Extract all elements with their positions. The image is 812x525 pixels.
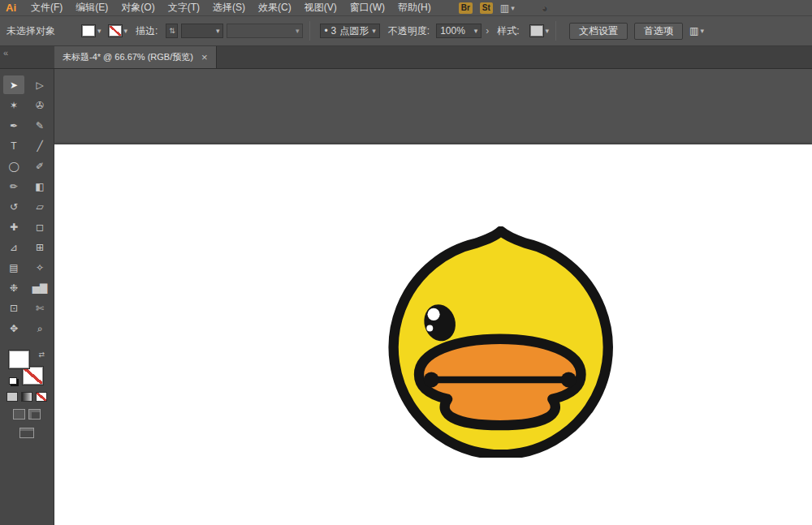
close-icon[interactable]: × xyxy=(201,51,208,63)
align-panel-icon: ▥ xyxy=(689,25,698,37)
chevron-down-icon: ▾ xyxy=(546,27,550,35)
align-panel-control[interactable]: ▥ ▾ xyxy=(689,25,704,37)
none-button[interactable] xyxy=(36,392,47,402)
document-tab-title: 未标题-4* @ 66.67% (RGB/预览) xyxy=(63,51,193,63)
stroke-color-swatch[interactable] xyxy=(23,367,43,385)
selection-status: 未选择对象 xyxy=(6,24,75,38)
line-segment-tool[interactable]: ╱ xyxy=(29,136,50,155)
swap-fill-stroke-icon[interactable]: ⇄ xyxy=(38,351,45,359)
rotate-tool[interactable]: ↺ xyxy=(3,197,24,216)
duck-mouth-dot-left xyxy=(424,372,439,388)
menu-edit[interactable]: 编辑(E) xyxy=(69,0,114,15)
default-colors-icon[interactable] xyxy=(9,377,17,385)
opacity-label: 不透明度: xyxy=(388,24,430,38)
document-tab[interactable]: 未标题-4* @ 66.67% (RGB/预览) × xyxy=(54,46,217,68)
control-bar: 未选择对象 ▾ ▾ 描边: ⇅ ▾ ▾ • 3 点圆形 ▾ 不透明度: 100%… xyxy=(0,16,812,46)
magic-wand-tool[interactable]: ✶ xyxy=(3,96,24,114)
main-area: ➤ ▷ ✶ ✇ ✒ ✎ T ╱ ◯ ✐ ✏ ◧ ↺ ▱ ✚ ◻ ⊿ ⊞ ▤ ✧ xyxy=(0,69,812,525)
illustrator-window: Ai 文件(F) 编辑(E) 对象(O) 文字(T) 选择(S) 效果(C) 视… xyxy=(0,0,812,525)
variable-width-dropdown[interactable]: ▾ xyxy=(227,24,303,38)
color-type-buttons xyxy=(6,392,47,402)
curvature-tool[interactable]: ✎ xyxy=(29,116,50,135)
brush-size-value: 3 xyxy=(331,25,337,37)
free-transform-tool[interactable]: ◻ xyxy=(29,217,50,236)
menu-bar-right: Br St ▥ ▾ ◕ xyxy=(459,2,548,15)
paintbrush-tool[interactable]: ✐ xyxy=(29,157,50,175)
slice-tool[interactable]: ✄ xyxy=(29,299,50,317)
app-swirl-icon: ◕ xyxy=(542,2,548,15)
canvas-pasteboard[interactable] xyxy=(54,69,812,525)
zoom-tool[interactable]: ⌕ xyxy=(29,319,50,338)
tools-panel: ➤ ▷ ✶ ✇ ✒ ✎ T ╱ ◯ ✐ ✏ ◧ ↺ ▱ ✚ ◻ ⊿ ⊞ ▤ ✧ xyxy=(0,69,54,525)
stroke-color-control[interactable]: ▾ xyxy=(108,24,128,37)
chevron-down-icon: ▾ xyxy=(700,27,704,35)
eyedropper-tool[interactable]: ✧ xyxy=(29,258,50,277)
type-tool[interactable]: T xyxy=(3,136,24,155)
color-button[interactable] xyxy=(6,392,18,402)
pen-tool[interactable]: ✒ xyxy=(3,116,24,135)
pencil-tool[interactable]: ✏ xyxy=(3,177,24,196)
duck-mouth-dot-right xyxy=(561,372,577,388)
scale-tool[interactable]: ▱ xyxy=(29,197,50,216)
menu-file[interactable]: 文件(F) xyxy=(24,0,69,15)
screen-mode-button[interactable] xyxy=(19,428,34,438)
stroke-weight-stepper[interactable]: ⇅ xyxy=(166,24,178,38)
ellipse-tool[interactable]: ◯ xyxy=(3,157,24,175)
stroke-weight-label: 描边: xyxy=(136,24,158,38)
fill-color-control[interactable]: ▾ xyxy=(81,24,102,37)
divider xyxy=(309,21,310,41)
divider xyxy=(555,21,556,41)
draw-mode-buttons xyxy=(13,409,41,420)
menu-view[interactable]: 视图(V) xyxy=(298,0,343,15)
column-graph-tool[interactable]: ▅▇ xyxy=(29,278,50,297)
document-tab-bar: « 未标题-4* @ 66.67% (RGB/预览) × xyxy=(0,46,812,69)
stroke-none-swatch-icon xyxy=(108,24,123,37)
opacity-value: 100% xyxy=(440,25,465,37)
style-label: 样式: xyxy=(497,24,519,38)
toolbar-collapse-icon[interactable]: « xyxy=(0,46,54,68)
tool-grid: ➤ ▷ ✶ ✇ ✒ ✎ T ╱ ◯ ✐ ✏ ◧ ↺ ▱ ✚ ◻ ⊿ ⊞ ▤ ✧ xyxy=(3,75,50,338)
brush-name-value: 点圆形 xyxy=(339,24,369,38)
menu-bar: Ai 文件(F) 编辑(E) 对象(O) 文字(T) 选择(S) 效果(C) 视… xyxy=(0,0,812,16)
chevron-down-icon: ▾ xyxy=(372,27,376,35)
menu-type[interactable]: 文字(T) xyxy=(162,0,206,15)
opacity-flyout-icon[interactable]: › xyxy=(486,25,489,37)
duck-artwork[interactable] xyxy=(388,226,620,458)
chevron-down-icon: ▾ xyxy=(216,27,220,35)
draw-normal-button[interactable] xyxy=(13,409,25,420)
app-logo: Ai xyxy=(6,2,16,14)
menu-object[interactable]: 对象(O) xyxy=(114,0,161,15)
menu-select[interactable]: 选择(S) xyxy=(206,0,252,15)
symbol-sprayer-tool[interactable]: ❉ xyxy=(3,278,24,297)
stroke-weight-dropdown[interactable]: ▾ xyxy=(181,24,223,38)
style-dropdown[interactable]: ▾ xyxy=(529,24,550,37)
fill-color-swatch[interactable] xyxy=(9,351,29,368)
perspective-grid-tool[interactable]: ⊿ xyxy=(3,238,24,256)
fill-swatch-icon xyxy=(81,24,96,37)
document-setup-button[interactable]: 文档设置 xyxy=(569,23,628,40)
artboard-tool[interactable]: ⊡ xyxy=(3,299,24,317)
stock-badge[interactable]: St xyxy=(480,2,493,14)
preferences-button[interactable]: 首选项 xyxy=(634,23,683,40)
menu-effect[interactable]: 效果(C) xyxy=(252,0,298,15)
lasso-tool[interactable]: ✇ xyxy=(29,96,50,114)
selection-tool[interactable]: ➤ xyxy=(3,75,24,94)
brush-definition-dropdown[interactable]: • 3 点圆形 ▾ xyxy=(320,24,379,38)
width-tool[interactable]: ✚ xyxy=(3,217,24,236)
bridge-badge[interactable]: Br xyxy=(459,2,473,14)
duck-eye-highlight-small xyxy=(426,325,433,331)
eraser-tool[interactable]: ◧ xyxy=(29,177,50,196)
workspace-switcher[interactable]: ▥ ▾ xyxy=(500,2,515,14)
mesh-tool[interactable]: ⊞ xyxy=(29,238,50,256)
hand-tool[interactable]: ✥ xyxy=(3,319,24,338)
direct-selection-tool[interactable]: ▷ xyxy=(29,75,50,94)
fill-stroke-swatches: ⇄ xyxy=(9,351,45,385)
draw-behind-button[interactable] xyxy=(28,409,41,420)
opacity-dropdown[interactable]: 100% ▾ xyxy=(436,24,482,38)
menu-window[interactable]: 窗口(W) xyxy=(343,0,391,15)
gradient-tool[interactable]: ▤ xyxy=(3,258,24,277)
chevron-down-icon: ▾ xyxy=(296,27,300,35)
menu-help[interactable]: 帮助(H) xyxy=(391,0,438,15)
chevron-down-icon: ▾ xyxy=(474,27,478,35)
gradient-button[interactable] xyxy=(21,392,32,402)
